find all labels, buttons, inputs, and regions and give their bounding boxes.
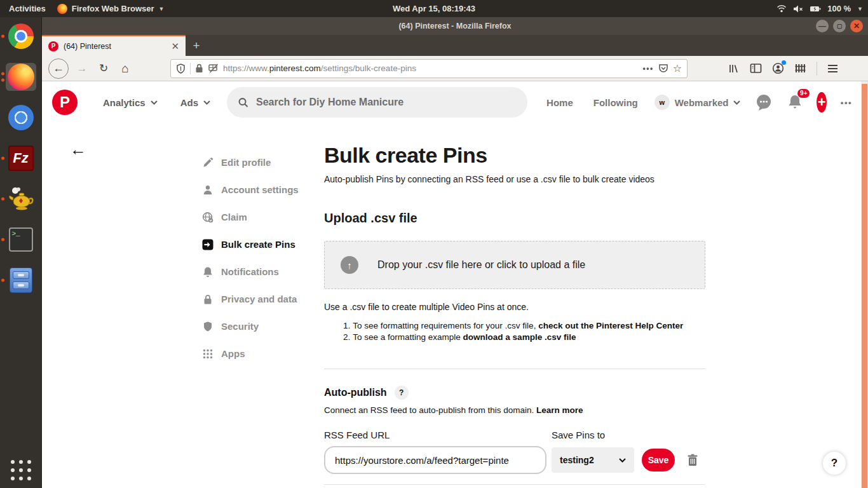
help-button[interactable]: ?	[823, 452, 846, 475]
dock-item-chromium[interactable]	[6, 104, 36, 132]
show-applications-button[interactable]	[11, 460, 31, 480]
containers-icon[interactable]	[794, 63, 806, 74]
nav-item-claim[interactable]: Claim	[202, 203, 336, 231]
pinterest-page: P Analytics Ads Home Following w Webm	[42, 81, 861, 488]
account-icon[interactable]	[772, 62, 784, 74]
ads-menu[interactable]: Ads	[180, 97, 210, 108]
create-pin-button[interactable]: +	[817, 92, 826, 112]
system-top-bar: Activities Firefox Web Browser ▼ Wed Apr…	[0, 0, 868, 17]
autopublish-heading: Auto-publish	[324, 387, 387, 398]
nav-item-apps[interactable]: Apps	[202, 340, 336, 367]
pinterest-favicon: P	[48, 41, 58, 51]
window-title: (64) Pinterest - Mozilla Firefox	[398, 22, 511, 30]
nav-item-privacy-and-data[interactable]: Privacy and data	[202, 285, 336, 313]
board-selected-value: testing2	[560, 455, 594, 465]
more-options-icon[interactable]: •••	[841, 98, 852, 107]
shield-icon[interactable]	[176, 64, 186, 74]
board-select[interactable]: testing2	[552, 447, 634, 473]
upload-intro: Use a .csv file to create multiple Video…	[324, 302, 705, 312]
step-text: To see a formatting example	[353, 332, 463, 342]
pocket-icon[interactable]	[658, 64, 668, 73]
step-number: 2.	[343, 332, 350, 342]
search-input[interactable]	[256, 97, 516, 108]
file-cabinet-icon	[10, 268, 32, 293]
page-subtitle: Auto-publish Pins by connecting an RSS f…	[324, 174, 705, 184]
pinterest-header: P Analytics Ads Home Following w Webm	[42, 81, 861, 123]
url-text[interactable]: https://www.pinterest.com/settings/bulk-…	[223, 64, 639, 73]
chevron-down-icon	[203, 100, 210, 105]
rss-url-input[interactable]	[324, 446, 546, 474]
lock-icon[interactable]	[195, 64, 203, 73]
save-pins-to-label: Save Pins to	[552, 430, 605, 440]
tab-pinterest[interactable]: P (64) Pinterest ✕	[42, 35, 186, 56]
chevron-down-icon: ▼	[857, 6, 863, 12]
dock-item-filezilla[interactable]: Fz	[6, 144, 36, 172]
page-title: Bulk create Pins	[324, 143, 705, 168]
delete-feed-icon[interactable]	[687, 454, 698, 466]
csv-dropzone[interactable]: ↑ Drop your .csv file here or click to u…	[324, 241, 705, 289]
close-button[interactable]: ✕	[850, 20, 863, 32]
page-actions-icon[interactable]: •••	[643, 64, 654, 73]
nav-item-edit-profile[interactable]: Edit profile	[202, 149, 336, 176]
dock-item-terminal[interactable]: >_	[6, 226, 36, 254]
learn-more-link[interactable]: Learn more	[536, 405, 583, 415]
back-arrow-button[interactable]: ←	[70, 140, 86, 159]
profile-menu[interactable]: w Webmarked	[654, 95, 741, 110]
system-indicators[interactable]: 100 % ▼	[776, 0, 863, 17]
minimize-button[interactable]: —	[816, 20, 829, 32]
nav-item-account-settings[interactable]: Account settings	[202, 176, 336, 203]
sidebar-toggle-icon[interactable]	[750, 63, 762, 74]
save-button[interactable]: Save	[642, 449, 675, 471]
section-divider	[324, 484, 705, 485]
nav-item-security[interactable]: Security	[202, 313, 336, 340]
apps-grid-icon	[202, 348, 214, 360]
menu-hamburger-icon[interactable]	[827, 64, 838, 73]
bookmark-star-icon[interactable]: ☆	[673, 62, 682, 74]
nav-label: Notifications	[221, 266, 279, 277]
notifications-icon[interactable]: 9+	[787, 94, 803, 111]
nav-item-bulk-create-pins[interactable]: Bulk create Pins	[202, 231, 336, 258]
home-button[interactable]: ⌂	[116, 59, 135, 78]
library-icon[interactable]	[728, 63, 740, 74]
nav-label: Privacy and data	[221, 294, 297, 304]
forward-button[interactable]: →	[72, 59, 92, 78]
rss-url-label: RSS Feed URL	[324, 430, 390, 440]
step-text: To see formatting requirements for your …	[353, 321, 538, 330]
ads-label: Ads	[180, 97, 198, 108]
url-bar[interactable]: https://www.pinterest.com/settings/bulk-…	[170, 59, 688, 78]
nav-item-notifications[interactable]: Notifications	[202, 258, 336, 285]
permissions-icon[interactable]	[208, 64, 219, 73]
dock-item-chrome[interactable]	[6, 22, 36, 50]
back-button[interactable]: ←	[48, 58, 69, 79]
url-prefix: https://www.	[223, 64, 269, 73]
dock-item-firefox[interactable]	[6, 63, 36, 91]
maximize-button[interactable]: ▢	[833, 20, 846, 32]
bulk-create-icon	[202, 239, 214, 250]
avatar[interactable]: w	[654, 95, 670, 110]
analytics-menu[interactable]: Analytics	[103, 97, 158, 108]
reload-button[interactable]: ↻	[94, 59, 113, 78]
new-tab-button[interactable]: +	[186, 35, 207, 56]
sample-csv-link[interactable]: download a sample .csv file	[463, 332, 576, 342]
autopublish-help-icon[interactable]: ?	[395, 386, 409, 400]
pinterest-logo[interactable]: P	[52, 90, 78, 115]
activities-button[interactable]: Activities	[9, 4, 46, 13]
help-center-link[interactable]: check out the Pinterest Help Center	[538, 321, 683, 330]
dock-item-file-cabinet[interactable]	[6, 266, 36, 294]
window-titlebar[interactable]: (64) Pinterest - Mozilla Firefox — ▢ ✕	[42, 17, 868, 35]
messages-icon[interactable]	[754, 93, 773, 112]
following-link[interactable]: Following	[593, 97, 638, 108]
tab-close-icon[interactable]: ✕	[171, 41, 179, 52]
scrollbar[interactable]	[861, 81, 868, 488]
step-item: 2.To see a formatting example download a…	[343, 332, 705, 343]
scrollbar-thumb[interactable]	[862, 84, 867, 488]
running-indicator	[1, 198, 4, 201]
running-indicator	[1, 238, 4, 241]
tab-title: (64) Pinterest	[64, 42, 166, 51]
dock-item-genie-lamp[interactable]	[6, 185, 36, 213]
bulk-create-main: Bulk create Pins Auto-publish Pins by co…	[324, 143, 705, 485]
app-menu-button[interactable]: Firefox Web Browser ▼	[57, 4, 165, 14]
nav-label: Account settings	[221, 184, 299, 195]
home-link[interactable]: Home	[546, 97, 573, 108]
search-bar[interactable]	[227, 87, 527, 118]
